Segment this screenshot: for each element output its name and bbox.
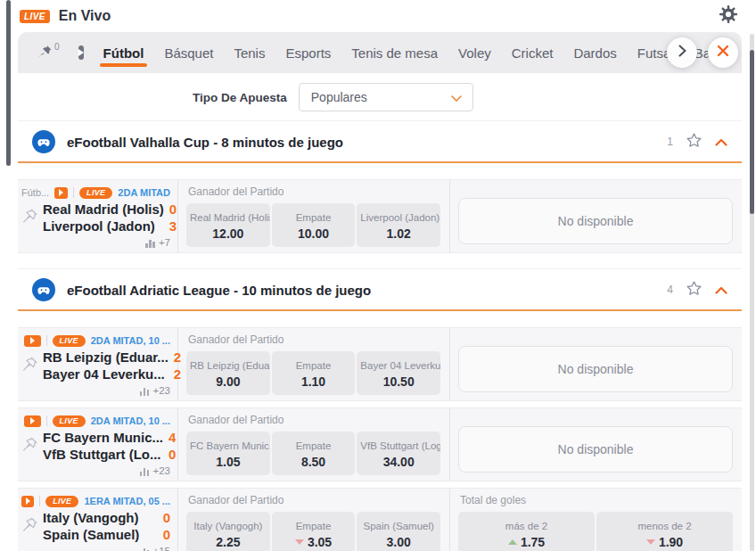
favorite-star-icon[interactable]	[685, 131, 703, 153]
pin-match-icon[interactable]	[21, 516, 38, 537]
away-team-score: 3	[169, 218, 177, 235]
odd-draw-button[interactable]: Empate 8.50	[272, 432, 356, 475]
home-team-score: 0	[169, 201, 177, 218]
stats-bars-icon	[140, 468, 150, 476]
away-team-name: Liverpool (Jadon)	[43, 218, 155, 235]
league-header[interactable]: eFootball Valhalla Cup - 8 minutos de ju…	[18, 120, 742, 163]
pin-count: 0	[54, 42, 60, 52]
match-winner-market: Ganador del Partido Real Madrid (Holis) …	[178, 180, 450, 252]
bet-type-filter-row: Tipo De Apuesta Populares	[18, 73, 742, 120]
home-team-name: Real Madrid (Holis)	[43, 201, 164, 218]
pin-match-icon[interactable]	[21, 208, 38, 228]
match-info-column[interactable]: LIVE 2DA MITAD, 10 ... FC Bayern Munic..…	[18, 408, 178, 481]
gear-icon	[719, 4, 738, 28]
odd-away-button[interactable]: Spain (Samuel) 3.00	[357, 512, 440, 551]
match-row: Fútb... LIVE 2DA MITAD Real Madrid (Holi…	[18, 179, 742, 253]
tab-esports[interactable]: Esports	[284, 33, 332, 73]
market-title: Total de goles	[460, 494, 733, 506]
esports-gamepad-icon	[32, 278, 55, 301]
odd-draw-button[interactable]: Empate 3.05	[272, 512, 356, 551]
odd-draw-button[interactable]: Empate 1.10	[272, 351, 356, 395]
tab-dardos[interactable]: Dardos	[572, 33, 617, 73]
odd-over-button[interactable]: más de 2 1.75	[458, 512, 595, 551]
stream-available-icon[interactable]	[24, 335, 41, 347]
match-info-column[interactable]: Fútb... LIVE 2DA MITAD Real Madrid (Holi…	[18, 180, 178, 252]
tab-tenis[interactable]: Tenis	[233, 33, 266, 73]
tab-futbol[interactable]: Fútbol	[103, 33, 145, 73]
tab-voley[interactable]: Voley	[457, 33, 492, 73]
live-badge: LIVE	[20, 10, 50, 23]
home-team-name: Italy (Vangogh)	[43, 510, 139, 527]
odd-home-button[interactable]: Italy (Vangogh) 2.25	[186, 512, 270, 551]
tab-tenis-de-mesa[interactable]: Tenis de mesa	[350, 33, 439, 73]
tab-basquet[interactable]: Básquet	[163, 33, 214, 73]
top-header: LIVE En Vivo	[0, 0, 756, 32]
close-panel-button[interactable]	[708, 37, 738, 68]
streams-filter-button[interactable]	[78, 45, 84, 60]
home-team-score: 0	[163, 510, 170, 527]
tabs-scroll-next-button[interactable]	[667, 37, 697, 68]
bet-type-dropdown[interactable]: Populares	[299, 83, 473, 111]
market-unavailable: No disponible	[458, 198, 733, 244]
bet-type-label: Tipo De Apuesta	[193, 91, 287, 104]
left-scrollbar-thumb[interactable]	[6, 0, 11, 166]
more-markets-button[interactable]: +15	[21, 546, 170, 551]
settings-button[interactable]	[719, 4, 738, 28]
stream-available-icon[interactable]	[21, 496, 34, 507]
match-info-column[interactable]: LIVE 2DA MITAD, 10 ... RB Leipzig (Eduar…	[18, 328, 178, 400]
collapse-chevron-up-icon[interactable]	[715, 282, 727, 298]
stream-available-icon[interactable]	[54, 187, 68, 199]
odd-home-button[interactable]: RB Leipzig (Eduar... 9.00	[186, 351, 270, 395]
home-team-name: RB Leipzig (Eduar...	[43, 350, 168, 366]
more-markets-button[interactable]: +23	[21, 465, 170, 476]
away-team-score: 0	[163, 527, 170, 544]
league-match-count: 1	[667, 136, 673, 148]
match-sport-label: Fútb...	[21, 187, 49, 198]
secondary-market: No disponible	[450, 328, 742, 400]
right-scrollbar-thumb[interactable]	[750, 50, 754, 214]
divider	[39, 496, 40, 506]
match-row: LIVE 1ERA MITAD, 05 ... Italy (Vangogh)0…	[18, 488, 742, 551]
collapse-chevron-up-icon[interactable]	[715, 134, 727, 150]
odd-home-button[interactable]: FC Bayern Munic... 1.05	[186, 432, 270, 475]
odd-away-button[interactable]: Liverpool (Jadon) 1.02	[357, 203, 440, 247]
more-markets-count: +23	[152, 465, 170, 476]
pin-match-icon[interactable]	[21, 436, 38, 456]
secondary-market: No disponible	[450, 408, 742, 481]
tab-cricket[interactable]: Cricket	[511, 33, 555, 73]
odd-under-button[interactable]: menos de 2 1.90	[596, 512, 733, 551]
more-markets-button[interactable]: +23	[21, 385, 170, 396]
away-team-name: Bayer 04 Leverku...	[43, 366, 165, 383]
favorite-star-icon[interactable]	[685, 279, 703, 301]
away-team-name: Spain (Samuel)	[43, 527, 139, 544]
sport-tabbar: 0 Fútbol Básquet Tenis Esports Tenis de …	[18, 32, 742, 73]
live-betting-page: LIVE En Vivo	[0, 0, 756, 551]
odd-draw-button[interactable]: Empate 10.00	[272, 203, 356, 247]
trend-down-icon	[295, 539, 304, 545]
league-matches: LIVE 2DA MITAD, 10 ... RB Leipzig (Eduar…	[18, 311, 742, 551]
pin-match-icon[interactable]	[21, 356, 38, 376]
market-title: Ganador del Partido	[188, 333, 440, 346]
odd-home-button[interactable]: Real Madrid (Holis) 12.00	[186, 203, 270, 247]
odd-away-button[interactable]: Bayer 04 Leverku... 10.50	[357, 351, 440, 395]
match-row: LIVE 2DA MITAD, 10 ... RB Leipzig (Eduar…	[18, 327, 742, 401]
market-unavailable: No disponible	[458, 346, 733, 392]
more-markets-count: +23	[152, 385, 170, 396]
trend-up-icon	[508, 539, 517, 545]
match-info-column[interactable]: LIVE 1ERA MITAD, 05 ... Italy (Vangogh)0…	[18, 489, 178, 551]
pinned-events-button[interactable]: 0	[37, 44, 60, 62]
stats-bars-icon	[140, 388, 150, 396]
match-period: 2DA MITAD, 10 ...	[91, 415, 170, 426]
stream-available-icon[interactable]	[24, 415, 41, 427]
home-team-score: 4	[168, 430, 176, 447]
odd-away-button[interactable]: VfB Stuttgart (Log... 34.00	[357, 432, 440, 475]
match-winner-market: Ganador del Partido FC Bayern Munic... 1…	[178, 408, 450, 481]
league-header[interactable]: eFootball Adriatic League - 10 minutos d…	[18, 268, 742, 311]
more-markets-button[interactable]: +7	[21, 237, 170, 248]
live-pill: LIVE	[79, 187, 112, 199]
more-markets-count: +15	[152, 546, 170, 551]
play-icon	[78, 49, 84, 56]
divider	[73, 187, 74, 198]
market-title: Ganador del Partido	[188, 494, 440, 506]
league-title: eFootball Valhalla Cup - 8 minutos de ju…	[67, 135, 343, 150]
